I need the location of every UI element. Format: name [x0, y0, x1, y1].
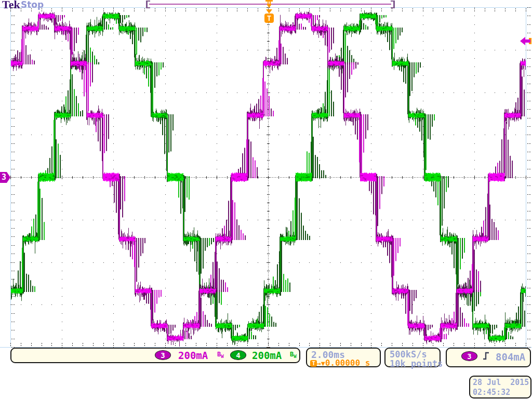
record-bar-left-bracket [146, 1, 150, 8]
trigger-delay-t-icon: T [310, 360, 317, 367]
bw-sub: W [294, 354, 296, 359]
ch3-bandwidth-icon: BW [217, 351, 224, 359]
datetime-box: 28 Jul 2015 02:45:32 [469, 376, 531, 398]
trigger-position-arrow-icon [266, 9, 272, 14]
trigger-readout-box: 3 804mA [446, 348, 531, 367]
timebase-box: 2.00ms T→▼0.00000 s [306, 348, 381, 367]
trigger-delay-row: T→▼0.00000 s [310, 358, 370, 368]
trigger-source-badge[interactable]: 3 [461, 351, 477, 361]
bw-sub: W [221, 354, 223, 359]
expansion-point-icon[interactable] [265, 0, 273, 8]
date-text: 28 Jul 2015 [473, 378, 529, 387]
acquisition-box: 500kS/s 10k points [384, 348, 441, 367]
ch3-badge[interactable]: 3 [155, 350, 171, 360]
trigger-delay-arrows-icon: →▼ [317, 360, 325, 367]
trigger-slope-icon [482, 351, 490, 361]
trigger-level-value[interactable]: 804mA [496, 351, 525, 363]
ch4-scale[interactable]: 200mA [252, 350, 282, 361]
acquisition-status: Stop [21, 0, 44, 10]
ch4-badge[interactable]: 4 [230, 350, 246, 360]
tek-logo: Tek [2, 0, 20, 11]
oscilloscope-screen: Tek Stop T 3 3 200mA BW 4 200mA BW 2.00m… [0, 0, 532, 399]
channel-readout-box: 3 200mA BW 4 200mA BW [10, 348, 300, 363]
record-bar-right-bracket [391, 1, 395, 8]
ch4-bandwidth-icon: BW [290, 351, 297, 359]
record-length: 10k points [390, 358, 443, 369]
ch3-scale[interactable]: 200mA [178, 350, 208, 361]
waveform-display [0, 0, 532, 399]
trigger-delay-value[interactable]: 0.00000 s [325, 358, 370, 368]
sample-rate: 500kS/s [390, 349, 427, 360]
trigger-t-icon: T [264, 14, 274, 23]
time-text: 02:45:32 [473, 388, 510, 397]
